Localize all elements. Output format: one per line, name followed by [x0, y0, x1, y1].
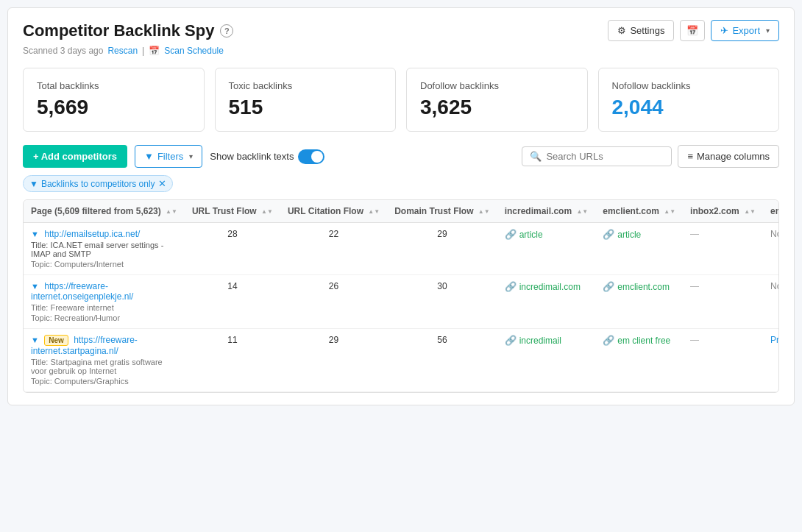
- backlinks-table: Page (5,609 filtered from 5,623) ▲▼ URL …: [24, 200, 779, 392]
- link-icon: 🔗: [505, 229, 517, 240]
- gear-icon: ⚙: [617, 25, 626, 36]
- filter-badge-row: ▼ Backlinks to competitors only ✕: [23, 175, 779, 199]
- table-row: ▼ New https://freeware-internet.startpag…: [24, 329, 779, 392]
- row-expand-icon[interactable]: ▼: [31, 336, 39, 344]
- link-icon: 🔗: [505, 335, 517, 346]
- cell-page: ▼ https://freeware-internet.onseigenplek…: [24, 275, 185, 329]
- table-wrap: Page (5,609 filtered from 5,623) ▲▼ URL …: [23, 199, 779, 393]
- link-icon: 🔗: [505, 281, 517, 292]
- chevron-down-icon: ▾: [766, 26, 770, 35]
- stats-row: Total backlinks 5,669 Toxic backlinks 51…: [23, 68, 779, 132]
- cell-inbox2: —: [683, 223, 763, 275]
- subtitle-row: Scanned 3 days ago Rescan | 📅 Scan Sched…: [23, 46, 779, 56]
- page-url-link[interactable]: https://freeware-internet.onseigenplekje…: [31, 281, 133, 302]
- stat-toxic-backlinks: Toxic backlinks 515: [215, 68, 397, 132]
- toggle-wrapper: Show backlink texts: [210, 149, 324, 164]
- col-page: Page (5,609 filtered from 5,623) ▲▼: [24, 200, 185, 223]
- link-icon: 🔗: [603, 229, 614, 240]
- cell-inbox2: —: [683, 275, 763, 329]
- col-domain-trust-flow: Domain Trust Flow ▲▼: [387, 200, 497, 223]
- filter-badge-close[interactable]: ✕: [158, 178, 166, 189]
- settings-button[interactable]: ⚙ Settings: [608, 20, 674, 41]
- stat-total-backlinks: Total backlinks 5,669: [23, 68, 205, 132]
- cell-page: ▼ http://emailsetup.ica.net/ Title: ICA.…: [24, 223, 185, 275]
- cell-citation-flow: 26: [280, 275, 387, 329]
- cell-incredimail: 🔗 incredimail: [497, 329, 596, 392]
- toolbar: + Add competitors ▼ Filters ▾ Show backl…: [23, 145, 779, 168]
- rescan-link[interactable]: Rescan: [107, 46, 138, 56]
- cell-domain-trust-flow: 30: [387, 275, 497, 329]
- manage-columns-button[interactable]: ≡ Manage columns: [678, 145, 779, 168]
- calendar-small-icon: 📅: [149, 46, 160, 56]
- page-url-link[interactable]: http://emailsetup.ica.net/: [44, 229, 140, 239]
- link-icon: 🔗: [603, 281, 614, 292]
- cell-emailtray: Not interesting ▾: [763, 223, 779, 275]
- cell-inbox2: —: [683, 329, 763, 392]
- row-expand-icon[interactable]: ▼: [31, 230, 39, 238]
- sort-arrows[interactable]: ▲▼: [744, 209, 756, 215]
- link-icon: 🔗: [603, 335, 614, 346]
- backlink-texts-toggle[interactable]: [298, 149, 324, 164]
- col-emailtray: emailtray.com ▲▼: [763, 200, 779, 223]
- col-emclient: emclient.com ▲▼: [595, 200, 683, 223]
- filter-badge[interactable]: ▼ Backlinks to competitors only ✕: [23, 175, 173, 192]
- export-icon: ✈: [720, 25, 728, 36]
- cell-incredimail: 🔗 incredimail.com: [497, 275, 596, 329]
- stat-dofollow-backlinks: Dofollow backlinks 3,625: [406, 68, 588, 132]
- col-url-citation-flow: URL Citation Flow ▲▼: [280, 200, 387, 223]
- row-expand-icon[interactable]: ▼: [31, 282, 39, 291]
- search-icon: 🔍: [530, 151, 542, 162]
- sort-arrows[interactable]: ▲▼: [664, 209, 675, 215]
- stat-nofollow-backlinks: Nofollow backlinks 2,044: [598, 68, 780, 132]
- cell-emailtray: No backlink ▾: [763, 275, 779, 329]
- header-actions: ⚙ Settings 📅 ✈ Export ▾: [608, 20, 779, 41]
- filters-button[interactable]: ▼ Filters ▾: [135, 145, 202, 168]
- cell-citation-flow: 29: [280, 329, 387, 392]
- col-inbox2: inbox2.com ▲▼: [683, 200, 763, 223]
- calendar-icon: 📅: [686, 25, 698, 36]
- page-title: Competitor Backlink Spy ?: [23, 21, 233, 40]
- filter-icon: ▼: [144, 151, 154, 162]
- cell-trust-flow: 11: [185, 329, 280, 392]
- new-badge: New: [44, 335, 68, 346]
- calendar-button[interactable]: 📅: [680, 20, 705, 41]
- cell-domain-trust-flow: 29: [387, 223, 497, 275]
- sort-arrows[interactable]: ▲▼: [576, 209, 588, 215]
- filter-badge-icon: ▼: [29, 179, 38, 189]
- col-incredimail: incredimail.com ▲▼: [497, 200, 596, 223]
- col-url-trust-flow: URL Trust Flow ▲▼: [185, 200, 280, 223]
- cell-trust-flow: 14: [185, 275, 280, 329]
- sort-arrows[interactable]: ▲▼: [478, 209, 490, 215]
- cell-emclient: 🔗 em client free: [595, 329, 683, 392]
- table-header-row: Page (5,609 filtered from 5,623) ▲▼ URL …: [24, 200, 779, 223]
- cell-citation-flow: 22: [280, 223, 387, 275]
- search-input-wrap: 🔍: [522, 146, 672, 166]
- table-row: ▼ http://emailsetup.ica.net/ Title: ICA.…: [24, 223, 779, 275]
- search-input[interactable]: [546, 151, 664, 162]
- export-button[interactable]: ✈ Export ▾: [711, 20, 779, 41]
- sort-arrows[interactable]: ▲▼: [261, 209, 273, 215]
- cell-emailtray: Processed ▾: [763, 329, 779, 392]
- cell-domain-trust-flow: 56: [387, 329, 497, 392]
- table-row: ▼ https://freeware-internet.onseigenplek…: [24, 275, 779, 329]
- cell-incredimail: 🔗 article: [497, 223, 596, 275]
- cell-trust-flow: 28: [185, 223, 280, 275]
- search-area: 🔍 ≡ Manage columns: [522, 145, 779, 168]
- cell-emclient: 🔗 emclient.com: [595, 275, 683, 329]
- add-competitors-button[interactable]: + Add competitors: [23, 145, 127, 168]
- sort-arrows[interactable]: ▲▼: [166, 209, 177, 215]
- chevron-down-icon: ▾: [189, 152, 193, 160]
- cell-emclient: 🔗 article: [595, 223, 683, 275]
- help-icon[interactable]: ?: [220, 24, 233, 38]
- sort-arrows[interactable]: ▲▼: [368, 209, 380, 215]
- scan-schedule-link[interactable]: Scan Schedule: [164, 46, 224, 56]
- cell-page: ▼ New https://freeware-internet.startpag…: [24, 329, 185, 392]
- columns-icon: ≡: [687, 151, 693, 162]
